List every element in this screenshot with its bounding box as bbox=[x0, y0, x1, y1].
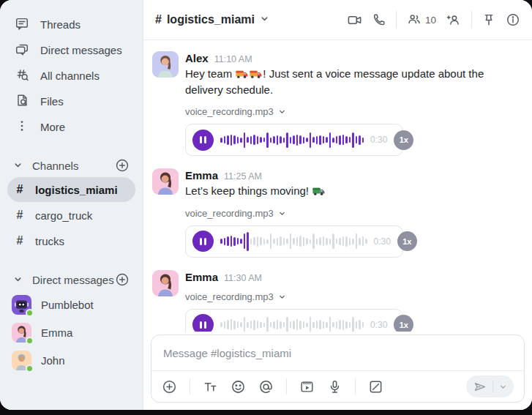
chevron-down-icon bbox=[13, 160, 23, 172]
delivery-truck-emoji bbox=[250, 70, 262, 79]
dm-section-header[interactable]: Direct messages bbox=[0, 269, 143, 291]
channel-name: trucks bbox=[35, 235, 64, 247]
message-input[interactable] bbox=[163, 347, 512, 359]
hash-icon: # bbox=[15, 209, 25, 222]
voice-message-button[interactable] bbox=[327, 379, 342, 395]
attachment-filename[interactable]: voice_recording.mp3 bbox=[185, 106, 511, 117]
pause-button[interactable] bbox=[192, 130, 214, 151]
channel-name: logistics_miami bbox=[167, 13, 255, 26]
dm-item-pumblebot[interactable]: Pumblebot bbox=[0, 291, 143, 318]
video-call-button[interactable] bbox=[347, 12, 362, 28]
channels-section: Channels # logistics_miami # cargo_truck… bbox=[0, 154, 143, 254]
send-button-group bbox=[466, 375, 514, 397]
playback-speed-button[interactable]: 1x bbox=[394, 315, 413, 332]
sidebar-item-label: Direct messages bbox=[40, 44, 122, 56]
chevron-down-icon bbox=[278, 293, 286, 301]
duration-label: 0:30 bbox=[374, 236, 391, 247]
message-text: Let’s keep things moving! bbox=[185, 183, 403, 199]
send-button[interactable] bbox=[473, 380, 487, 394]
playback-speed-button[interactable]: 1x bbox=[394, 130, 413, 150]
presence-indicator bbox=[26, 364, 34, 373]
channel-name: cargo_truck bbox=[35, 209, 92, 222]
header-actions: 10 bbox=[347, 11, 520, 29]
composer-toolbar bbox=[151, 370, 524, 402]
playback-speed-button[interactable]: 1x bbox=[397, 231, 417, 251]
avatar[interactable] bbox=[152, 270, 179, 296]
send-icon bbox=[473, 380, 487, 394]
sidebar-item-label: Threads bbox=[40, 18, 80, 31]
sidebar-item-threads[interactable]: Threads bbox=[0, 12, 143, 37]
voice-call-button[interactable] bbox=[372, 12, 386, 27]
chevron-down-icon bbox=[260, 13, 269, 26]
sidebar-item-files[interactable]: Files bbox=[0, 89, 143, 114]
message-list: Alex 11:10 AM Hey team ! Just sent a voi… bbox=[143, 40, 532, 332]
add-channel-button[interactable] bbox=[115, 158, 130, 173]
divider bbox=[355, 378, 356, 395]
pin-icon bbox=[482, 12, 496, 27]
dm-name: Pumblebot bbox=[41, 299, 94, 311]
text-format-button[interactable] bbox=[203, 379, 218, 395]
chevron-down-icon bbox=[278, 108, 286, 116]
channel-title-button[interactable]: # logistics_miami bbox=[155, 13, 269, 26]
sidebar-item-label: Files bbox=[40, 95, 64, 108]
sidebar-item-all-channels[interactable]: All channels bbox=[0, 63, 143, 89]
hash-icon: # bbox=[15, 234, 25, 247]
message-author: Emma bbox=[185, 169, 218, 182]
divider bbox=[190, 378, 190, 395]
avatar[interactable] bbox=[152, 168, 179, 195]
sidebar-item-direct-messages[interactable]: Direct messages bbox=[0, 37, 143, 63]
message-author: Emma bbox=[185, 271, 218, 283]
green-truck-emoji bbox=[312, 187, 325, 196]
channel-name: logistics_miami bbox=[35, 184, 118, 196]
avatar[interactable] bbox=[152, 51, 179, 78]
dm-item-john[interactable]: John bbox=[0, 346, 143, 374]
hash-icon: # bbox=[155, 13, 162, 26]
attach-button[interactable] bbox=[162, 379, 177, 395]
pause-icon bbox=[199, 321, 207, 329]
microphone-icon bbox=[327, 379, 342, 395]
direct-messages-icon bbox=[15, 42, 29, 59]
message-time: 11:25 AM bbox=[224, 171, 262, 182]
pin-button[interactable] bbox=[482, 12, 496, 27]
channel-item-cargo-truck[interactable]: # cargo_truck bbox=[0, 203, 143, 228]
attachment-filename[interactable]: voice_recording.mp3 bbox=[185, 208, 403, 219]
mention-button[interactable] bbox=[258, 379, 274, 395]
presence-indicator bbox=[26, 337, 34, 345]
info-button[interactable] bbox=[506, 12, 520, 27]
video-message-button[interactable] bbox=[299, 379, 315, 395]
members-button[interactable]: 10 bbox=[406, 12, 436, 28]
all-channels-icon bbox=[15, 67, 29, 84]
waveform[interactable] bbox=[220, 129, 364, 151]
waveform[interactable] bbox=[220, 314, 364, 332]
slash-square-icon bbox=[368, 379, 383, 395]
sidebar-item-more[interactable]: More bbox=[0, 114, 143, 140]
avatar bbox=[12, 323, 31, 343]
more-icon bbox=[15, 119, 29, 135]
info-icon bbox=[506, 12, 520, 27]
presence-indicator bbox=[26, 309, 34, 317]
channels-section-header[interactable]: Channels bbox=[0, 154, 143, 176]
section-title: Channels bbox=[32, 160, 78, 172]
add-dm-button[interactable] bbox=[115, 272, 130, 287]
divider bbox=[396, 11, 397, 29]
delivery-truck-emoji bbox=[236, 70, 248, 79]
channel-item-trucks[interactable]: # trucks bbox=[0, 228, 143, 253]
member-count: 10 bbox=[425, 15, 436, 26]
dm-item-emma[interactable]: Emma bbox=[0, 318, 143, 346]
avatar bbox=[12, 295, 31, 315]
text-format-icon bbox=[203, 379, 218, 395]
pause-button[interactable] bbox=[192, 314, 214, 332]
send-options-button[interactable] bbox=[499, 383, 507, 391]
pause-icon bbox=[199, 135, 207, 144]
pause-button[interactable] bbox=[192, 231, 214, 252]
attachment-filename[interactable]: voice_recording.mp3 bbox=[185, 291, 403, 302]
avatar bbox=[12, 351, 31, 370]
divider bbox=[492, 380, 493, 393]
channel-item-logistics-miami[interactable]: # logistics_miami bbox=[7, 177, 135, 202]
waveform[interactable] bbox=[220, 231, 367, 253]
add-member-button[interactable] bbox=[446, 12, 462, 28]
emoji-button[interactable] bbox=[231, 379, 246, 395]
draw-button[interactable] bbox=[368, 379, 383, 395]
chevron-down-icon bbox=[13, 274, 23, 286]
threads-icon bbox=[15, 16, 29, 33]
